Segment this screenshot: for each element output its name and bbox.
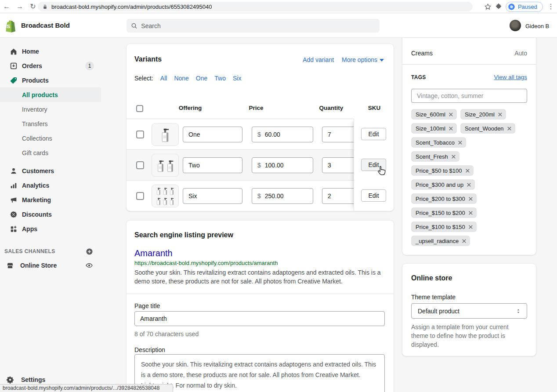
variant-checkbox[interactable]	[136, 161, 144, 169]
remove-tag-icon[interactable]	[451, 154, 456, 159]
remove-tag-icon[interactable]	[507, 126, 512, 131]
price-input[interactable]: $60.00	[252, 127, 313, 142]
sidebar-item-marketing[interactable]: Marketing	[0, 192, 101, 207]
add-sales-channel-icon[interactable]	[86, 248, 93, 255]
quantity-value: 7	[328, 131, 331, 138]
sidebar-subitem-label: Collections	[22, 135, 52, 142]
price-input[interactable]: $250.00	[252, 188, 313, 204]
tag-label: Scent_Fresh	[416, 153, 448, 160]
tag-pill[interactable]: Price_$150 to $200	[411, 207, 477, 218]
page-title-input[interactable]	[134, 311, 385, 326]
tag-pill[interactable]: Price_$200 to $300	[411, 193, 477, 204]
more-options-label: More options	[342, 56, 377, 63]
sidebar-subitem-label: Gift cards	[22, 149, 48, 156]
edit-sku-button[interactable]: Edit	[361, 128, 386, 140]
seo-card-title: Search engine listing preview	[134, 231, 233, 239]
collection-row[interactable]: Creams Auto	[411, 42, 527, 64]
bookmark-star-icon[interactable]	[484, 3, 492, 11]
tag-pill[interactable]: Price_$100 to $150	[411, 221, 477, 232]
remove-tag-icon[interactable]	[458, 140, 463, 145]
select-none-link[interactable]: None	[174, 75, 188, 82]
tag-pill[interactable]: Scent_Tobacco	[411, 137, 466, 148]
search-input[interactable]	[141, 22, 375, 29]
remove-tag-icon[interactable]	[468, 211, 473, 215]
tag-pill[interactable]: Price_$50 to $100	[411, 165, 474, 176]
sidebar-item-transfers[interactable]: Transfers	[0, 116, 101, 131]
sidebar-subitem-label: Inventory	[22, 106, 47, 113]
column-header-quantity: Quantity	[319, 105, 344, 111]
seo-preview-title[interactable]: Amaranth	[134, 248, 173, 258]
global-search[interactable]	[127, 19, 380, 33]
sidebar-item-discounts[interactable]: Discounts	[0, 207, 101, 221]
sidebar-item-label: Settings	[21, 376, 45, 383]
tag-input[interactable]	[411, 89, 527, 103]
remove-tag-icon[interactable]	[448, 112, 453, 117]
variant-checkbox[interactable]	[136, 131, 144, 138]
tag-pill[interactable]: Scent_Fresh	[411, 151, 459, 162]
offering-input[interactable]: Two	[183, 157, 242, 173]
offering-input[interactable]: One	[183, 127, 242, 142]
remove-tag-icon[interactable]	[462, 239, 467, 243]
tag-pill[interactable]: Scent_Wooden	[460, 123, 515, 134]
sidebar-item-inventory[interactable]: Inventory	[0, 102, 101, 116]
view-all-tags-link[interactable]: View all tags	[494, 74, 527, 80]
sidebar-item-home[interactable]: Home	[0, 44, 101, 58]
quantity-value: 2	[328, 192, 331, 200]
sidebar-item-label: Home	[22, 48, 39, 55]
browser-back-icon[interactable]: ←	[0, 0, 13, 13]
app-header: S Broadcast Bold Gideon B	[0, 13, 557, 38]
remove-tag-icon[interactable]	[448, 126, 453, 131]
sidebar-item-collections[interactable]: Collections	[0, 131, 101, 145]
sidebar-item-analytics[interactable]: Analytics	[0, 178, 101, 192]
select-two-link[interactable]: Two	[214, 75, 226, 82]
tag-label: Size_200ml	[465, 111, 495, 118]
preview-eye-icon[interactable]	[85, 261, 93, 269]
column-header-offering: Offering	[179, 105, 202, 111]
sidebar-item-products[interactable]: Products	[0, 73, 101, 87]
select-all-link[interactable]: All	[160, 75, 167, 82]
tag-pill[interactable]: Size_100ml	[411, 123, 457, 134]
variant-thumbnail[interactable]	[152, 154, 179, 177]
tag-pill[interactable]: Size_600ml	[411, 109, 457, 120]
select-one-link[interactable]: One	[196, 75, 207, 82]
sidebar-item-online-store[interactable]: Online Store	[0, 258, 101, 272]
theme-template-select[interactable]: Default product	[411, 303, 527, 319]
tag-pill[interactable]: Price_$300 and up	[411, 179, 475, 190]
remove-tag-icon[interactable]	[465, 168, 470, 173]
avatar[interactable]	[510, 20, 521, 31]
sales-channels-label: SALES CHANNELS	[4, 248, 55, 254]
add-variant-link[interactable]: Add variant	[303, 56, 334, 63]
price-input[interactable]: $100.00	[252, 157, 313, 173]
divider	[127, 294, 394, 294]
variant-checkbox[interactable]	[136, 192, 144, 200]
more-options-link[interactable]: More options	[342, 56, 384, 63]
select-all-checkbox[interactable]	[136, 105, 143, 112]
remove-tag-icon[interactable]	[498, 112, 503, 117]
currency-symbol: $	[257, 162, 261, 169]
extension-paused-button[interactable]: Paused	[506, 2, 543, 12]
remove-tag-icon[interactable]	[468, 196, 473, 201]
tag-label: Scent_Wooden	[465, 125, 504, 132]
variant-thumbnail[interactable]	[152, 185, 179, 207]
remove-tag-icon[interactable]	[467, 182, 471, 187]
sidebar-item-all-products[interactable]: All products	[0, 87, 101, 102]
remove-tag-icon[interactable]	[468, 225, 473, 229]
edit-sku-button[interactable]: Edit	[361, 159, 386, 171]
browser-menu-icon[interactable]: ⋮	[546, 0, 555, 13]
tag-pill[interactable]: Size_200ml	[460, 109, 506, 120]
browser-forward-icon[interactable]: →	[13, 0, 26, 13]
extensions-puzzle-icon[interactable]	[495, 3, 502, 10]
sidebar-item-customers[interactable]: Customers	[0, 163, 101, 178]
tag-label: Price_$150 to $200	[416, 210, 465, 216]
offering-input[interactable]: Six	[183, 188, 242, 204]
variant-thumbnail[interactable]	[152, 123, 179, 146]
sidebar-item-gift-cards[interactable]: Gift cards	[0, 145, 101, 160]
price-value: 250.00	[265, 192, 284, 200]
orders-icon	[10, 62, 18, 70]
tag-pill[interactable]: _upsell_radiance	[411, 236, 470, 246]
address-bar[interactable]: broadcast-bold.myshopify.com/admin/produ…	[38, 2, 473, 11]
select-six-link[interactable]: Six	[233, 75, 241, 82]
sidebar-item-orders[interactable]: Orders 1	[0, 58, 101, 73]
edit-sku-button[interactable]: Edit	[361, 189, 386, 202]
sidebar-item-apps[interactable]: Apps	[0, 221, 101, 236]
